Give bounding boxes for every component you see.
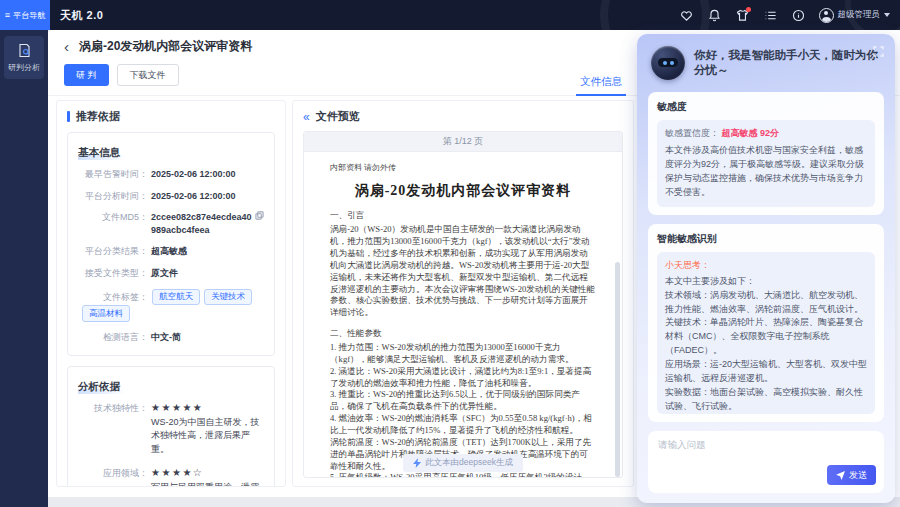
recognition-title: 智能敏感识别 bbox=[657, 232, 875, 246]
analysis-label: 应用领域： bbox=[78, 467, 148, 487]
sensitivity-summary: 本文件涉及高价值技术机密与国家安全利益，敏感度评分为92分，属于极高敏感等级。建… bbox=[665, 144, 867, 200]
app-title: 天机 2.0 bbox=[60, 0, 103, 30]
doc-title: 涡扇-20发动机内部会议评审资料 bbox=[330, 181, 596, 200]
assistant-greeting: 你好，我是智能助手小天，随时为你分忧～ bbox=[694, 48, 881, 78]
doc-paragraph: 二、性能参数 bbox=[330, 328, 596, 340]
chevron-down-icon bbox=[884, 13, 890, 17]
recognition-box: 小天思考： 本文中主要涉及如下： 技术领域：涡扇发动机、大涵道比、航空发动机、推… bbox=[657, 252, 875, 414]
tab-file-info[interactable]: 文件信息 bbox=[576, 75, 626, 96]
doc-search-icon bbox=[17, 43, 32, 58]
user-name: 超级管理员 bbox=[838, 9, 881, 21]
think-line: 应用场景：运-20大型运输机、大型客机、双发中型运输机、远程反潜巡逻机。 bbox=[665, 358, 867, 386]
file-tag: 高温材料 bbox=[82, 305, 130, 322]
classification-value: 超高敏感 bbox=[151, 245, 187, 258]
preview-header: « 文件预览 bbox=[293, 101, 633, 130]
user-avatar bbox=[819, 8, 834, 23]
topbar-icons: 超级管理员 bbox=[679, 0, 891, 30]
field-label: 检测语言： bbox=[78, 331, 148, 344]
copy-icon[interactable] bbox=[255, 211, 264, 236]
field-row: 接受文件类型： 原文件 bbox=[78, 267, 264, 280]
field-label: 文件MD5： bbox=[78, 211, 148, 236]
sensitivity-title: 敏感度 bbox=[657, 100, 875, 114]
hamburger-icon: ≡ bbox=[5, 10, 10, 20]
doc-paragraph: 3. 推重比：WS-20的推重比达到6.5以上，优于同级别的国际同类产品，确保了… bbox=[330, 389, 596, 413]
task-list-icon[interactable] bbox=[763, 8, 778, 23]
back-arrow-icon[interactable]: ‹ bbox=[64, 39, 69, 54]
sensitivity-card: 敏感度 敏感置信度： 超高敏感 92分 本文件涉及高价值技术机密与国家安全利益，… bbox=[648, 92, 884, 215]
field-label: 文件标签： bbox=[78, 291, 148, 304]
expand-icon[interactable] bbox=[873, 43, 884, 61]
field-label: 平台分析时间： bbox=[78, 190, 148, 203]
platform-nav-label: 平台导航 bbox=[13, 10, 45, 21]
doc-paragraph: 2. 涵道比：WS-20采用大涵道比设计，涵道比约为8:1至9:1，显著提高了发… bbox=[330, 366, 596, 390]
favorite-badge-icon[interactable] bbox=[679, 8, 694, 23]
analysis-desc: 军用与民用双重用途，泄露可能威胁国家安全与商业利益。 bbox=[151, 481, 264, 487]
preview-title: 文件预览 bbox=[316, 109, 360, 124]
chat-input[interactable] bbox=[648, 431, 884, 465]
platform-nav-button[interactable]: ≡ 平台导航 bbox=[0, 0, 50, 30]
doc-paragraph: 一、引言 bbox=[330, 210, 596, 222]
star-rating: ★★★★★ bbox=[151, 402, 203, 413]
sidebar-item-label: 研判分析 bbox=[8, 62, 40, 73]
confidence-value: 超高敏感 92分 bbox=[722, 128, 780, 138]
analysis-desc: WS-20为中国自主研发，技术独特性高，泄露后果严重。 bbox=[151, 416, 264, 457]
doc-paragraph: 涡扇-20（WS-20）发动机是中国自主研发的一款大涵道比涡扇发动机，推力范围为… bbox=[330, 224, 596, 319]
robot-visor bbox=[658, 58, 678, 67]
analysis-basis-card: 分析依据 技术独特性： ★★★★★ WS-20为中国自主研发，技术独特性高，泄露… bbox=[67, 366, 275, 487]
confidence-line: 敏感置信度： 超高敏感 92分 bbox=[665, 127, 867, 141]
analysis-row: 应用领域： ★★★★☆ 军用与民用双重用途，泄露可能威胁国家安全与商业利益。 bbox=[78, 467, 264, 487]
think-line: 关键技术：单晶涡轮叶片、热障涂层、陶瓷基复合材料（CMC）、全权限数字电子控制系… bbox=[665, 316, 867, 358]
send-button[interactable]: 发送 bbox=[827, 465, 876, 485]
field-row: 检测语言： 中文-简 bbox=[78, 331, 264, 344]
think-line: 技术领域：涡扇发动机、大涵道比、航空发动机、推力性能、燃油效率、涡轮前温度、压气… bbox=[665, 289, 867, 317]
analysis-body: ★★★★★ WS-20为中国自主研发，技术独特性高，泄露后果严重。 bbox=[151, 402, 264, 457]
recommend-header: 推荐依据 bbox=[57, 101, 285, 130]
assistant-header: 你好，我是智能助手小天，随时为你分忧～ bbox=[637, 34, 895, 86]
user-menu[interactable]: 超级管理员 bbox=[819, 8, 891, 23]
preview-scrollbar[interactable] bbox=[615, 262, 620, 477]
field-label: 平台分类结果： bbox=[78, 245, 148, 258]
field-value: 中文-简 bbox=[151, 331, 181, 344]
robot-eye bbox=[670, 61, 674, 65]
field-row: 平台分析时间： 2025-02-06 12:00:00 bbox=[78, 190, 264, 203]
doc-paragraph: 4. 燃油效率：WS-20的燃油消耗率（SFC）为0.55至0.58 kg/(k… bbox=[330, 413, 596, 437]
basic-info-title: 基本信息 bbox=[78, 146, 120, 160]
basic-info-card: 基本信息 最早告警时间： 2025-02-06 12:00:00 平台分析时间：… bbox=[67, 132, 275, 356]
robot-avatar bbox=[651, 46, 685, 80]
assistant-panel: 你好，我是智能助手小天，随时为你分忧～ 敏感度 敏感置信度： 超高敏感 92分 … bbox=[637, 34, 895, 503]
field-row-md5: 文件MD5： 2ccee082c87e4ecdea40989acbc4feea bbox=[78, 211, 264, 236]
think-label: 小天思考： bbox=[665, 259, 867, 273]
field-row-tags: 文件标签： 航空航天 关键技术 高温材料 bbox=[78, 289, 264, 323]
breadcrumb: ‹ 涡扇-20发动机内部会议评审资料 bbox=[64, 38, 252, 55]
notification-bell-icon[interactable] bbox=[707, 8, 722, 23]
document-viewer: 第 1/12 页 内部资料 请勿外传 涡扇-20发动机内部会议评审资料 一、引言… bbox=[303, 131, 623, 478]
robot-eye bbox=[663, 61, 667, 65]
doc-watermark: 内部资料 请勿外传 bbox=[330, 162, 596, 173]
topbar: ≡ 平台导航 天机 2.0 超级管理员 bbox=[0, 0, 900, 30]
info-circle-icon[interactable] bbox=[791, 8, 806, 23]
analysis-row: 技术独特性： ★★★★★ WS-20为中国自主研发，技术独特性高，泄露后果严重。 bbox=[78, 402, 264, 457]
sensitivity-box: 敏感置信度： 超高敏感 92分 本文件涉及高价值技术机密与国家安全利益，敏感度评… bbox=[657, 120, 875, 207]
document-page: 内部资料 请勿外传 涡扇-20发动机内部会议评审资料 一、引言 涡扇-20（WS… bbox=[304, 152, 622, 477]
file-tag: 航空航天 bbox=[152, 289, 200, 306]
doc-paragraph: 5. 压气机级数：WS-20采用高压压气机10级、低压压气机3级的设计，压缩比达… bbox=[330, 472, 596, 477]
field-label: 最早告警时间： bbox=[78, 168, 148, 181]
think-line: 本文中主要涉及如下： bbox=[665, 275, 867, 289]
field-label: 接受文件类型： bbox=[78, 267, 148, 280]
page-title: 涡扇-20发动机内部会议评审资料 bbox=[79, 38, 252, 55]
paper-plane-icon bbox=[836, 471, 845, 480]
field-row: 最早告警时间： 2025-02-06 12:00:00 bbox=[78, 168, 264, 181]
generated-by-text: 此文本由deepseek生成 bbox=[425, 457, 513, 469]
sidebar-item-analysis[interactable]: 研判分析 bbox=[4, 36, 44, 79]
recommend-panel: 推荐依据 基本信息 最早告警时间： 2025-02-06 12:00:00 平台… bbox=[56, 100, 286, 487]
md5-value: 2ccee082c87e4ecdea40989acbc4feea bbox=[151, 211, 252, 236]
recognition-card: 智能敏感识别 小天思考： 本文中主要涉及如下： 技术领域：涡扇发动机、大涵道比、… bbox=[648, 224, 884, 422]
sidebar: 研判分析 bbox=[0, 30, 48, 507]
chat-input-card: 发送 bbox=[648, 431, 884, 493]
flash-icon bbox=[413, 458, 421, 468]
collapse-left-icon[interactable]: « bbox=[303, 111, 310, 123]
file-tag: 关键技术 bbox=[204, 289, 252, 306]
confidence-label: 敏感置信度： bbox=[665, 128, 719, 138]
send-label: 发送 bbox=[849, 469, 867, 482]
theme-shirt-icon[interactable] bbox=[735, 8, 750, 23]
